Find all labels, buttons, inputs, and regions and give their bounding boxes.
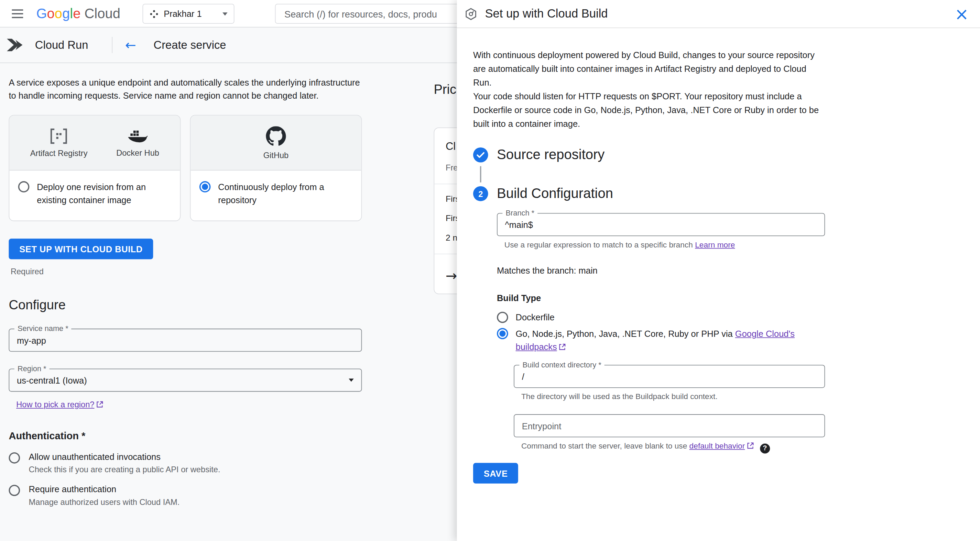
product-name[interactable]: Cloud Run (35, 38, 88, 52)
screen: Google Cloud Prakhar 1 Cloud Run ← Creat… (0, 0, 980, 541)
region-select[interactable]: us-central1 (Iowa) (9, 368, 362, 392)
service-name-field: Service name * (9, 328, 362, 352)
panel-title: Set up with Cloud Build (485, 7, 608, 21)
entrypoint-helper: Command to start the server, leave blank… (521, 441, 964, 453)
build-context-label: Build context directory * (519, 360, 604, 370)
step-connector (480, 166, 481, 182)
cloud-build-icon (464, 7, 477, 20)
auth-option-require: Require authentication Manage authorized… (9, 484, 428, 507)
auth-option-unauthenticated: Allow unauthenticated invocations Check … (9, 452, 428, 474)
dockerfile-label[interactable]: Dockerfile (516, 311, 555, 324)
docker-hub-label: Docker Hub (116, 148, 159, 157)
dockerfile-radio[interactable] (497, 312, 508, 323)
service-name-label: Service name * (14, 324, 72, 334)
step1-title: Source repository (497, 147, 605, 163)
auth-option-label[interactable]: Require authentication (29, 484, 180, 494)
learn-more-link[interactable]: Learn more (695, 241, 735, 249)
branch-helper: Use a regular expression to match to a s… (504, 240, 964, 251)
branch-label: Branch * (503, 208, 538, 218)
cloud-build-panel: Set up with Cloud Build × With continuou… (457, 0, 980, 541)
authentication-heading: Authentication * (9, 430, 428, 442)
panel-intro-2: Your code should listen for HTTP request… (473, 89, 827, 131)
branch-field: Branch * (497, 213, 825, 236)
entrypoint-input[interactable] (514, 414, 825, 437)
branch-input[interactable] (497, 213, 825, 236)
setup-cloud-build-button[interactable]: SET UP WITH CLOUD BUILD (9, 238, 153, 259)
menu-icon (12, 9, 23, 10)
existing-image-card: Artifact Registry Docker Hub (9, 115, 181, 221)
build-context-field: Build context directory * (514, 365, 825, 388)
google-cloud-logo[interactable]: Google Cloud (36, 5, 120, 21)
panel-intro-1: With continuous deployment powered by Cl… (473, 48, 827, 89)
configure-heading: Configure (9, 297, 428, 313)
continuous-deploy-radio[interactable] (199, 181, 211, 192)
entrypoint-field (514, 414, 825, 437)
auth-option-description: Check this if you are creating a public … (29, 465, 220, 474)
allow-unauthenticated-radio[interactable] (9, 452, 20, 464)
artifact-registry-icon (49, 128, 68, 144)
logo-cloud-text: Cloud (84, 5, 120, 21)
build-type-buildpacks: Go, Node.js, Python, Java, .NET Core, Ru… (497, 327, 964, 353)
step-build-configuration: 2 Build Configuration (473, 186, 964, 202)
step2-number-badge: 2 (473, 186, 488, 201)
step2-title: Build Configuration (497, 186, 613, 202)
region-field: Region * us-central1 (Iowa) (9, 368, 362, 392)
chevron-down-icon (223, 12, 228, 15)
region-value: us-central1 (Iowa) (17, 375, 87, 385)
require-authentication-radio[interactable] (9, 485, 20, 496)
external-link-icon (747, 443, 754, 449)
build-type-dockerfile: Dockerfile (497, 311, 964, 324)
close-panel-button[interactable]: × (955, 5, 969, 22)
cloud-run-icon (6, 36, 24, 54)
continuous-deploy-card: GitHub Continuously deploy from a reposi… (190, 115, 362, 221)
external-link-icon (96, 401, 103, 408)
continuous-deploy-option-label[interactable]: Continuously deploy from a repository (218, 181, 352, 206)
help-icon[interactable]: ? (760, 443, 770, 453)
save-button[interactable]: SAVE (473, 463, 518, 484)
required-note: Required (11, 267, 429, 276)
project-name: Prakhar 1 (164, 9, 202, 19)
intro-text: A service exposes a unique endpoint and … (9, 76, 363, 102)
chevron-down-icon (349, 378, 354, 382)
page-title: Create service (154, 38, 226, 52)
default-behavior-link[interactable]: default behavior (689, 442, 754, 450)
step-complete-check-icon (473, 148, 488, 163)
main-menu-button[interactable] (5, 1, 30, 26)
artifact-registry-label: Artifact Registry (30, 149, 88, 158)
build-type-label: Build Type (497, 293, 964, 303)
docker-hub-icon (127, 128, 148, 144)
back-arrow-icon[interactable]: ← (125, 38, 136, 52)
region-label: Region * (14, 364, 49, 374)
deploy-source-cards: Artifact Registry Docker Hub (9, 115, 428, 221)
existing-image-option-label[interactable]: Deploy one revision from an existing con… (37, 181, 171, 206)
existing-image-radio[interactable] (18, 181, 30, 192)
auth-option-label[interactable]: Allow unauthenticated invocations (29, 452, 220, 462)
buildpacks-radio[interactable] (497, 328, 508, 339)
auth-option-description: Manage authorized users with Cloud IAM. (29, 497, 180, 507)
create-service-form: A service exposes a unique endpoint and … (0, 63, 438, 507)
buildpacks-label[interactable]: Go, Node.js, Python, Java, .NET Core, Ru… (516, 327, 796, 353)
step-source-repository: Source repository (473, 147, 964, 163)
project-icon (149, 9, 159, 18)
divider (112, 37, 113, 53)
logo-google-text: Google (36, 5, 81, 21)
external-link-icon (559, 344, 566, 351)
project-picker[interactable]: Prakhar 1 (142, 4, 234, 24)
matches-branch-text: Matches the branch: main (497, 265, 964, 275)
github-label: GitHub (263, 150, 289, 159)
build-context-helper: The directory will be used as the Buildp… (521, 392, 964, 403)
region-help-link[interactable]: How to pick a region? (16, 400, 103, 409)
github-icon (266, 126, 286, 146)
